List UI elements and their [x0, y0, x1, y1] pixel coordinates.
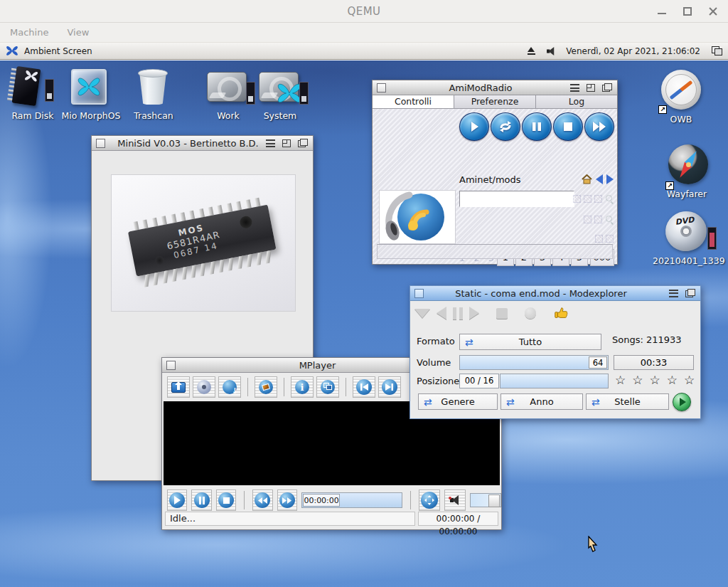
- pause-button[interactable]: [191, 490, 211, 511]
- window-title: Static - coma end.mod - Modexplorer: [432, 288, 651, 299]
- forward-button[interactable]: [277, 490, 297, 511]
- mute-speaker-icon[interactable]: [546, 46, 557, 56]
- close-icon[interactable]: [96, 139, 105, 148]
- open-url-button[interactable]: ↓: [218, 376, 241, 398]
- desktop-icon-wayfarer[interactable]: ↗ Wayfarer: [654, 144, 719, 199]
- desktop[interactable]: Ram Disk Mio MorphOS Trashcan Work Syste…: [0, 60, 728, 587]
- qemu-titlebar: QEMU: [0, 0, 728, 23]
- repeat-button[interactable]: [491, 112, 520, 141]
- genere-cycle-button[interactable]: ⇄ Genere: [418, 393, 498, 410]
- minimize-icon[interactable]: [657, 6, 667, 16]
- pause-icon[interactable]: [453, 307, 463, 319]
- play-icon[interactable]: [469, 307, 479, 319]
- stelle-label: Stelle: [587, 396, 668, 407]
- info-button[interactable]: i: [291, 376, 314, 398]
- desktop-icon-trashcan[interactable]: Trashcan: [121, 66, 186, 121]
- disabled-tools-row3: [595, 235, 614, 243]
- mplayer-controls: 00:00:00: [162, 488, 501, 512]
- window-zoom-icon[interactable]: [587, 84, 595, 92]
- star-icon[interactable]: ☆: [667, 374, 678, 386]
- play-button[interactable]: [459, 112, 489, 141]
- disabled-tools-row2: [584, 215, 614, 223]
- video-settings-button[interactable]: [255, 376, 277, 398]
- window-modexplorer[interactable]: Static - coma end.mod - Modexplorer Form: [410, 285, 701, 419]
- amimodradio-titlebar[interactable]: AmiModRadio: [373, 80, 617, 95]
- morphos-butterfly-icon[interactable]: [6, 46, 18, 56]
- stop-icon[interactable]: [496, 308, 508, 319]
- menu-machine[interactable]: Machine: [10, 27, 48, 38]
- screens-switcher-icon[interactable]: [712, 46, 722, 55]
- open-file-button[interactable]: [167, 376, 190, 398]
- next-chapter-button[interactable]: [378, 376, 401, 398]
- window-depth-icon[interactable]: [685, 289, 695, 297]
- star-icon[interactable]: ☆: [684, 374, 695, 386]
- qemu-menubar: Machine View: [0, 23, 728, 43]
- stop-button[interactable]: [553, 112, 583, 141]
- desktop-icon-morphos[interactable]: Mio MorphOS: [58, 66, 124, 121]
- desktop-icon-label: Wayfarer: [654, 189, 719, 199]
- desktop-icon-ramdisk[interactable]: Ram Disk: [0, 66, 65, 121]
- pause-button[interactable]: [522, 112, 552, 141]
- back-arrow-icon[interactable]: [596, 174, 603, 184]
- record-icon[interactable]: [525, 307, 536, 319]
- ambient-screen-label[interactable]: Ambient Screen: [24, 46, 92, 56]
- mute-button[interactable]: [444, 490, 466, 511]
- previous-chapter-button[interactable]: [353, 376, 375, 398]
- stop-button[interactable]: [216, 490, 236, 511]
- window-depth-icon[interactable]: [602, 83, 612, 92]
- rewind-button[interactable]: [252, 490, 272, 511]
- search-input[interactable]: [459, 191, 574, 207]
- window-zoom-icon[interactable]: [282, 139, 291, 147]
- amimodradio-logo: [379, 190, 456, 244]
- window-amimodradio[interactable]: AmiModRadio Controlli Preferenze Log: [372, 80, 618, 265]
- window-menu-icon[interactable]: [266, 139, 275, 147]
- dvd-disc-icon: DVD: [653, 211, 718, 253]
- star-rating[interactable]: ☆ ☆ ☆ ☆ ☆: [615, 374, 695, 386]
- desktop-icon-owb[interactable]: ↗ OWB: [648, 70, 714, 125]
- thumbs-up-icon[interactable]: [553, 305, 569, 321]
- close-icon[interactable]: [166, 361, 176, 370]
- star-icon[interactable]: ☆: [650, 374, 660, 386]
- desktop-icon-dvd[interactable]: DVD 20210401_1339: [653, 211, 718, 266]
- window-menu-icon[interactable]: [570, 84, 579, 92]
- menu-view[interactable]: View: [67, 27, 89, 38]
- tab-preferenze[interactable]: Preferenze: [454, 95, 536, 108]
- window-menu-icon[interactable]: [669, 290, 678, 297]
- close-icon[interactable]: [377, 83, 386, 92]
- window-title: AmiModRadio: [394, 83, 567, 93]
- desktop-icon-label: Ram Disk: [0, 110, 65, 121]
- forward-arrow-icon[interactable]: [606, 174, 614, 184]
- eject-icon[interactable]: [414, 309, 430, 318]
- trashcan-icon: [121, 66, 186, 107]
- home-icon[interactable]: [582, 174, 592, 184]
- tab-log[interactable]: Log: [536, 95, 617, 108]
- close-icon[interactable]: [414, 289, 424, 298]
- play-button[interactable]: [167, 490, 187, 511]
- maximize-icon[interactable]: [682, 6, 692, 16]
- go-play-button[interactable]: [673, 393, 691, 411]
- stelle-cycle-button[interactable]: ⇄ Stelle: [586, 393, 669, 410]
- eject-icon[interactable]: [527, 47, 536, 55]
- open-disc-button[interactable]: [193, 376, 215, 398]
- volume-slider[interactable]: [470, 493, 501, 507]
- formato-cycle-button[interactable]: ⇄ Tutto: [459, 334, 601, 350]
- star-icon[interactable]: ☆: [615, 374, 626, 386]
- seek-slider[interactable]: 00:00:00: [301, 492, 402, 508]
- volume-slider[interactable]: 64: [459, 355, 609, 370]
- anno-cycle-button[interactable]: ⇄ Anno: [500, 393, 583, 410]
- fast-forward-button[interactable]: [584, 112, 614, 141]
- playlist-button[interactable]: [316, 376, 339, 398]
- minisid-titlebar[interactable]: MiniSid V0.03 - Bertinetto B.D.: [92, 136, 313, 151]
- tab-controlli[interactable]: Controlli: [373, 95, 454, 108]
- fullscreen-button[interactable]: [419, 490, 440, 511]
- rewind-icon[interactable]: [437, 307, 446, 319]
- modexplorer-titlebar[interactable]: Static - coma end.mod - Modexplorer: [410, 286, 700, 301]
- star-icon[interactable]: ☆: [632, 374, 643, 386]
- close-icon[interactable]: [708, 6, 718, 16]
- desktop-icon-label: Mio MorphOS: [58, 110, 124, 121]
- desktop-icon-system[interactable]: System: [247, 66, 313, 121]
- window-depth-icon[interactable]: [298, 139, 308, 147]
- ramdisk-chip-icon: [0, 66, 65, 107]
- position-slider[interactable]: [500, 374, 609, 388]
- desktop-icon-label: OWB: [648, 114, 714, 125]
